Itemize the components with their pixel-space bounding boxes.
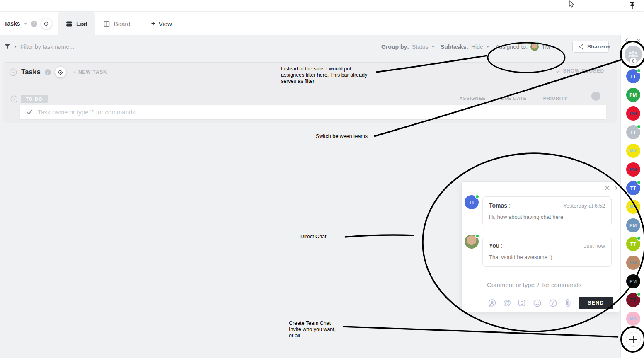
sidebar-avatar-pm-1[interactable]: PM	[626, 88, 640, 102]
task-filter-input[interactable]	[20, 44, 116, 50]
online-dot	[536, 42, 540, 45]
text-cursor	[486, 281, 486, 289]
tab-divider	[142, 19, 142, 29]
message-author: Tomas	[489, 202, 507, 209]
chat-message: You : Just now That would be awesome :)	[482, 237, 612, 267]
pin-icon[interactable]	[629, 2, 636, 9]
subtasks-value: Hide	[471, 44, 483, 50]
assignee-bubble-icon[interactable]	[487, 298, 497, 308]
more-options-button[interactable]: •••	[603, 44, 610, 50]
column-header-assignee[interactable]: ASSIGNEE	[456, 96, 489, 101]
plus-icon	[629, 335, 638, 344]
chat-message-avatar-photo[interactable]	[465, 235, 479, 249]
avatar-initials: MK	[629, 316, 637, 321]
group-by-label: Group by:	[381, 44, 409, 50]
comment-input[interactable]	[487, 281, 612, 288]
send-button[interactable]: SEND	[579, 297, 613, 309]
sidebar-avatar-tt-3[interactable]: TT	[626, 125, 640, 139]
panel-title: Tasks	[21, 68, 41, 76]
filter-bar: Group by: Status Subtasks: Hide Assigned…	[0, 35, 620, 58]
annotation-text-direct-chat: Direct Chat	[300, 234, 327, 240]
sidebar-avatar-tt-6[interactable]: TT	[626, 181, 640, 195]
panel-info-icon[interactable]: i	[45, 69, 51, 75]
add-view-button[interactable]: + View	[145, 12, 178, 35]
message-timestamp: Just now	[584, 243, 605, 249]
message-text: Hi, how about having chat here	[489, 214, 605, 220]
annotation-text-create-team-chat: Create Team Chat Invite who you want, or…	[289, 320, 336, 339]
new-task-button[interactable]: + NEW TASK	[73, 69, 107, 75]
tab-list-label: List	[76, 20, 87, 27]
subtasks-control[interactable]: Subtasks: Hide	[441, 35, 489, 58]
attachment-icon[interactable]	[564, 298, 572, 308]
sidebar-avatar-pm-8[interactable]: PM	[626, 218, 640, 232]
avatar-initials: TT	[630, 242, 636, 247]
sidebar-avatar-mk-13[interactable]: MK	[626, 312, 640, 326]
location-title[interactable]: Tasks	[4, 20, 20, 27]
avatar-initials: PM	[629, 279, 637, 284]
filter-caret-icon[interactable]	[14, 46, 17, 48]
chat-message-avatar-initials[interactable]: TT	[465, 195, 479, 209]
expand-right-icon[interactable]	[614, 185, 617, 191]
online-dot	[637, 124, 641, 129]
sidebar-avatar-pm-11[interactable]: PM	[626, 274, 640, 288]
info-icon[interactable]: i	[31, 21, 37, 27]
sidebar-avatar-tt-9[interactable]: TT	[626, 237, 640, 251]
mouse-cursor-icon	[568, 0, 575, 9]
target-me-mode-button[interactable]	[41, 18, 52, 29]
filter-funnel-icon[interactable]	[4, 44, 10, 49]
emoji-icon[interactable]	[533, 298, 542, 308]
avatar-initials: PM	[629, 260, 637, 265]
check-icon	[556, 68, 561, 73]
assigned-to-label: Assigned to:	[496, 44, 528, 50]
annotation-line-create-chat	[343, 327, 618, 337]
group-chevron-icon[interactable]	[10, 95, 18, 103]
chat-message: Tomas : Yesterday at 6:52 Hi, how about …	[482, 196, 612, 226]
location-caret-icon[interactable]	[24, 23, 27, 25]
sidebar-avatar-list: TTPMPMTTMKPMTTMKPMTTPMPMTTMK	[626, 69, 640, 326]
collapse-chevron-icon[interactable]	[9, 68, 17, 76]
show-closed-label: SHOW CLOSED	[563, 68, 604, 74]
new-task-input-row	[20, 105, 606, 119]
close-icon[interactable]	[605, 185, 610, 191]
mention-icon[interactable]: @	[503, 298, 511, 308]
avatar-initials: TT	[469, 200, 474, 205]
task-check-icon	[27, 109, 33, 115]
annotation-line-direct-chat	[345, 235, 414, 237]
group-by-control[interactable]: Group by: Status	[381, 35, 435, 58]
sidebar-avatar-tt-0[interactable]: TT	[626, 69, 640, 83]
panel-target-button[interactable]	[55, 67, 66, 77]
status-box-icon[interactable]	[517, 298, 526, 308]
sidebar-avatar-mk-7[interactable]: MK	[626, 200, 640, 214]
sidebar-avatar-mk-4[interactable]: MK	[626, 144, 640, 158]
show-closed-toggle[interactable]: SHOW CLOSED	[556, 68, 604, 74]
subtasks-label: Subtasks:	[441, 44, 468, 50]
share-icon	[578, 44, 584, 50]
list-view-icon	[66, 21, 73, 27]
online-dot	[637, 180, 641, 185]
sidebar-avatar-pm-5[interactable]: PM	[626, 162, 640, 177]
column-header-due-date[interactable]: DUE DATE	[497, 96, 530, 101]
status-group-badge[interactable]: TO DO	[21, 95, 48, 103]
assigned-to-control[interactable]: Assigned to: TM	[496, 35, 556, 58]
online-dot	[475, 194, 479, 199]
target-icon	[43, 21, 49, 27]
subtasks-caret-icon	[486, 46, 489, 48]
create-team-chat-button[interactable]	[626, 332, 641, 347]
column-header-priority[interactable]: PRIORITY	[539, 96, 572, 101]
add-column-button[interactable]: +	[591, 92, 600, 101]
new-task-name-input[interactable]	[38, 109, 606, 116]
online-dot	[637, 292, 641, 297]
assigned-to-value: TM	[542, 44, 550, 50]
tab-list[interactable]: List	[58, 12, 95, 35]
group-by-value: Status	[412, 44, 429, 50]
avatar-initials: TT	[630, 74, 636, 79]
collapse-left-icon[interactable]	[625, 38, 629, 44]
avatar-initials: TT	[630, 186, 636, 191]
sidebar-avatar-tt-12[interactable]: TT	[626, 293, 640, 307]
sidebar-avatar-pm-10[interactable]: PM	[626, 256, 640, 270]
sidebar-avatar-pm-2[interactable]: PM	[626, 106, 640, 121]
close-sidebar-icon[interactable]	[636, 38, 641, 43]
assigned-user-avatar	[530, 43, 539, 51]
slash-command-icon[interactable]	[548, 298, 558, 308]
tab-board[interactable]: Board	[95, 12, 138, 35]
